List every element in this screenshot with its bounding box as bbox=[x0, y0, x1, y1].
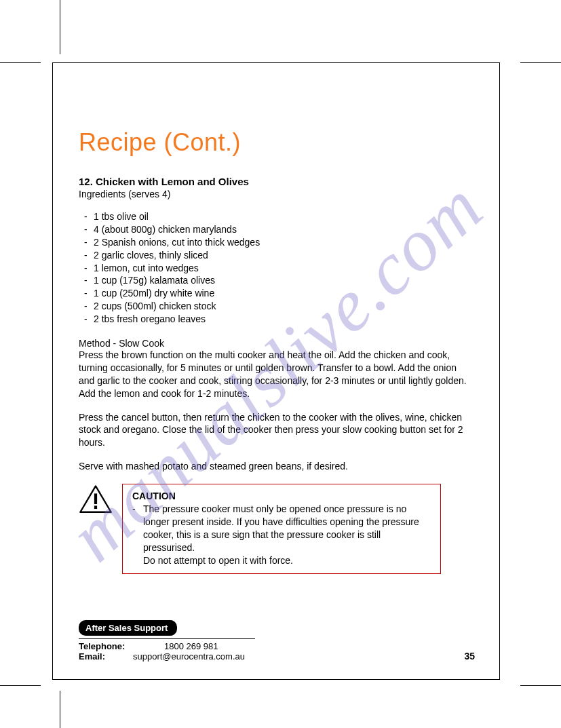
ingredients-list: 1 tbs olive oil 4 (about 800g) chicken m… bbox=[79, 210, 475, 326]
telephone-label: Telephone: bbox=[79, 641, 133, 651]
page-number: 35 bbox=[464, 651, 475, 662]
crop-mark bbox=[520, 62, 561, 63]
email-label: Email: bbox=[79, 651, 133, 662]
method-heading: Method - Slow Cook bbox=[79, 338, 475, 349]
recipe-heading: 12. Chicken with Lemon and Olives bbox=[79, 176, 475, 187]
list-item: 2 garlic cloves, thinly sliced bbox=[79, 249, 475, 262]
list-item: 2 Spanish onions, cut into thick wedges bbox=[79, 236, 475, 249]
list-item: 2 cups (500ml) chicken stock bbox=[79, 300, 475, 313]
page-frame: manualslive.com Recipe (Cont.) 12. Chick… bbox=[52, 62, 500, 680]
list-item: 1 cup (175g) kalamata olives bbox=[79, 274, 475, 287]
svg-rect-1 bbox=[94, 494, 97, 505]
contact-block: Telephone: 1800 269 981 Email: support@e… bbox=[79, 638, 255, 662]
serves-line: Ingredients (serves 4) bbox=[79, 189, 475, 199]
method-paragraph: Press the brown function on the multi co… bbox=[79, 349, 475, 400]
crop-mark bbox=[0, 62, 41, 63]
caution-box: CAUTION - The pressure cooker must only … bbox=[122, 484, 441, 574]
caution-label: CAUTION bbox=[132, 491, 176, 501]
crop-mark bbox=[60, 691, 60, 728]
telephone-value: 1800 269 981 bbox=[164, 641, 218, 651]
crop-mark bbox=[60, 0, 60, 54]
crop-mark bbox=[520, 685, 561, 686]
list-item: 1 tbs olive oil bbox=[79, 210, 475, 223]
support-pill: After Sales Support bbox=[79, 620, 177, 636]
svg-rect-2 bbox=[94, 506, 97, 510]
list-item: 1 lemon, cut into wedges bbox=[79, 262, 475, 275]
crop-mark bbox=[0, 685, 41, 686]
caution-text: The pressure cooker must only be opened … bbox=[143, 503, 431, 567]
method-paragraph: Press the cancel button, then return the… bbox=[79, 411, 475, 450]
page-footer: After Sales Support Telephone: 1800 269 … bbox=[79, 620, 475, 662]
email-value: support@eurocentra.com.au bbox=[133, 651, 245, 662]
list-item: 1 cup (250ml) dry white wine bbox=[79, 287, 475, 300]
list-item: 2 tbs fresh oregano leaves bbox=[79, 313, 475, 326]
warning-triangle-icon bbox=[79, 484, 113, 515]
bullet-dash: - bbox=[132, 503, 143, 567]
caution-block: CAUTION - The pressure cooker must only … bbox=[79, 484, 475, 574]
page-title: Recipe (Cont.) bbox=[79, 128, 475, 157]
list-item: 4 (about 800g) chicken marylands bbox=[79, 223, 475, 236]
method-paragraph: Serve with mashed potato and steamed gre… bbox=[79, 460, 475, 473]
